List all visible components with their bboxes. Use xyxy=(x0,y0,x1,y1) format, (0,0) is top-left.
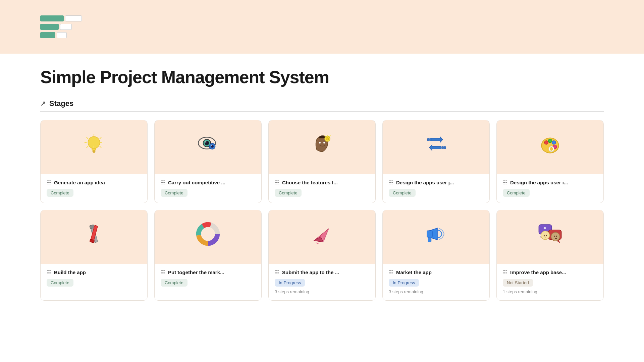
steps-remaining: 1 steps remaining xyxy=(503,289,597,294)
svg-point-67 xyxy=(556,235,557,236)
section-header: ↗ Stages xyxy=(40,99,604,112)
cards-grid-row1: ☷ Generate an app idea Complete ☷ Carry … xyxy=(40,120,604,203)
card-title: Choose the features f... xyxy=(282,180,338,185)
card-body-generate-app-idea: ☷ Generate an app idea Complete xyxy=(41,174,147,203)
svg-rect-29 xyxy=(430,138,431,141)
doc-icon: ☷ xyxy=(389,179,393,186)
card-image-design-user-journey-1 xyxy=(383,120,489,174)
section-title: Stages xyxy=(49,99,73,108)
card-submit-app[interactable]: ☷ Submit the app to the ... In Progress … xyxy=(268,210,376,301)
status-badge: In Progress xyxy=(275,279,305,287)
cards-grid-row2: ☷ Build the app Complete ☷ Put together … xyxy=(40,210,604,301)
card-generate-app-idea[interactable]: ☷ Generate an app idea Complete xyxy=(40,120,148,203)
card-title-row: ☷ Improve the app base... xyxy=(503,269,597,276)
card-body-submit-app: ☷ Submit the app to the ... In Progress … xyxy=(269,264,375,300)
card-image-build-app xyxy=(41,210,147,264)
card-title: Design the apps user i... xyxy=(510,180,568,185)
card-icon-chat xyxy=(537,221,564,254)
card-design-user-journey-1[interactable]: ☷ Design the apps user j... Complete xyxy=(382,120,490,203)
card-choose-features[interactable]: ☷ Choose the features f... Complete xyxy=(268,120,376,203)
svg-point-17 xyxy=(211,145,212,145)
card-icon-head xyxy=(309,131,335,164)
card-title: Design the apps user j... xyxy=(396,180,454,185)
doc-icon: ☷ xyxy=(389,269,393,276)
card-title: Market the app xyxy=(396,269,432,275)
card-body-build-app: ☷ Build the app Complete xyxy=(41,264,147,293)
card-improve-app[interactable]: ☷ Improve the app base... Not Started 1 … xyxy=(496,210,604,301)
card-title-row: ☷ Carry out competitive ... xyxy=(161,179,255,186)
card-title-row: ☷ Put together the mark... xyxy=(161,269,255,276)
svg-point-40 xyxy=(550,147,553,150)
card-title: Generate an app idea xyxy=(54,180,105,185)
logo-bar-3b xyxy=(57,32,67,38)
card-title-row: ☷ Build the app xyxy=(47,269,141,276)
card-title-row: ☷ Generate an app idea xyxy=(47,179,141,186)
card-image-design-user-interface xyxy=(497,120,603,174)
card-design-user-interface[interactable]: ☷ Design the apps user i... Complete xyxy=(496,120,604,203)
status-badge: In Progress xyxy=(389,279,419,287)
card-icon-palette xyxy=(537,131,564,164)
card-put-together-marketing[interactable]: ☷ Put together the mark... Complete xyxy=(154,210,262,301)
steps-remaining: 3 steps remaining xyxy=(275,289,369,294)
logo-bar-3 xyxy=(40,32,55,38)
svg-point-18 xyxy=(319,142,321,143)
svg-point-14 xyxy=(205,141,207,142)
card-carry-out-competitive[interactable]: ☷ Carry out competitive ... Complete xyxy=(154,120,262,203)
svg-point-63 xyxy=(544,227,546,229)
doc-icon: ☷ xyxy=(47,269,51,276)
card-title-row: ☷ Choose the features f... xyxy=(275,179,369,186)
svg-point-50 xyxy=(203,229,212,238)
card-icon-tools xyxy=(80,221,107,254)
logo-bar-2 xyxy=(40,24,59,30)
logo-bar-1b xyxy=(65,15,82,21)
card-icon-arrows xyxy=(423,131,449,164)
card-body-put-together-marketing: ☷ Put together the mark... Complete xyxy=(155,264,261,293)
doc-icon: ☷ xyxy=(503,179,507,186)
status-badge: Complete xyxy=(389,189,416,197)
card-image-generate-app-idea xyxy=(41,120,147,174)
svg-point-24 xyxy=(326,137,329,140)
card-image-improve-app xyxy=(497,210,603,264)
card-body-market-app: ☷ Market the app In Progress 3 steps rem… xyxy=(383,264,489,300)
card-title: Build the app xyxy=(54,269,86,275)
svg-marker-31 xyxy=(429,144,432,150)
card-build-app[interactable]: ☷ Build the app Complete xyxy=(40,210,148,301)
svg-point-65 xyxy=(546,235,547,236)
logo-bar-1 xyxy=(40,15,64,21)
svg-rect-33 xyxy=(444,146,446,149)
card-icon-piechart xyxy=(195,221,221,254)
svg-line-4 xyxy=(87,137,88,139)
doc-icon: ☷ xyxy=(47,179,51,186)
card-body-design-user-journey-1: ☷ Design the apps user j... Complete xyxy=(383,174,489,203)
svg-point-37 xyxy=(552,140,556,144)
svg-point-35 xyxy=(544,140,548,144)
card-image-market-app xyxy=(383,210,489,264)
svg-rect-2 xyxy=(93,152,95,153)
svg-rect-32 xyxy=(442,146,444,149)
logo-bar-2b xyxy=(60,24,72,30)
doc-icon: ☷ xyxy=(161,179,165,186)
card-title: Submit the app to the ... xyxy=(282,269,339,275)
card-title-row: ☷ Submit the app to the ... xyxy=(275,269,369,276)
svg-rect-54 xyxy=(427,231,432,237)
app-logo xyxy=(40,15,82,38)
main-content: Simple Project Management System ↗ Stage… xyxy=(0,54,644,327)
doc-icon: ☷ xyxy=(161,269,165,276)
card-image-submit-app xyxy=(269,210,375,264)
card-image-choose-features xyxy=(269,120,375,174)
svg-rect-30 xyxy=(431,146,441,149)
card-title-row: ☷ Design the apps user i... xyxy=(503,179,597,186)
status-badge: Complete xyxy=(503,189,530,197)
svg-rect-55 xyxy=(428,237,431,242)
status-badge: Complete xyxy=(47,189,73,197)
doc-icon: ☷ xyxy=(503,269,507,276)
svg-marker-26 xyxy=(440,136,443,142)
card-body-choose-features: ☷ Choose the features f... Complete xyxy=(269,174,375,203)
card-image-carry-out-competitive xyxy=(155,120,261,174)
card-title: Put together the mark... xyxy=(168,269,224,275)
card-body-carry-out-competitive: ☷ Carry out competitive ... Complete xyxy=(155,174,261,203)
status-badge: Complete xyxy=(161,279,187,287)
card-market-app[interactable]: ☷ Market the app In Progress 3 steps rem… xyxy=(382,210,490,301)
header-banner xyxy=(0,0,644,54)
svg-rect-28 xyxy=(427,138,429,141)
